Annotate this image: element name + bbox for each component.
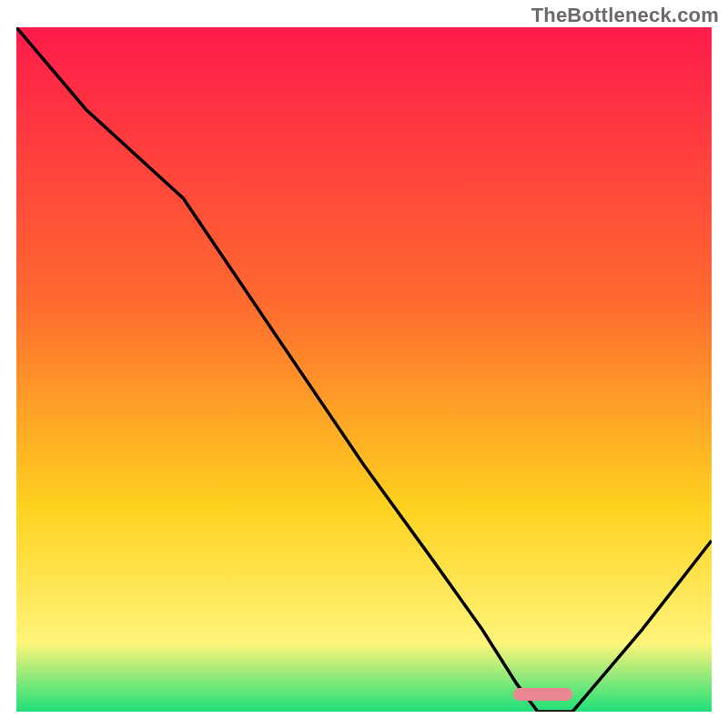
- plot-area: [16, 27, 712, 712]
- chart-svg: [16, 27, 712, 712]
- optimal-marker: [513, 688, 572, 701]
- watermark-text: TheBottleneck.com: [531, 4, 719, 27]
- gradient-bg: [16, 27, 712, 712]
- chart-stage: TheBottleneck.com: [0, 0, 728, 728]
